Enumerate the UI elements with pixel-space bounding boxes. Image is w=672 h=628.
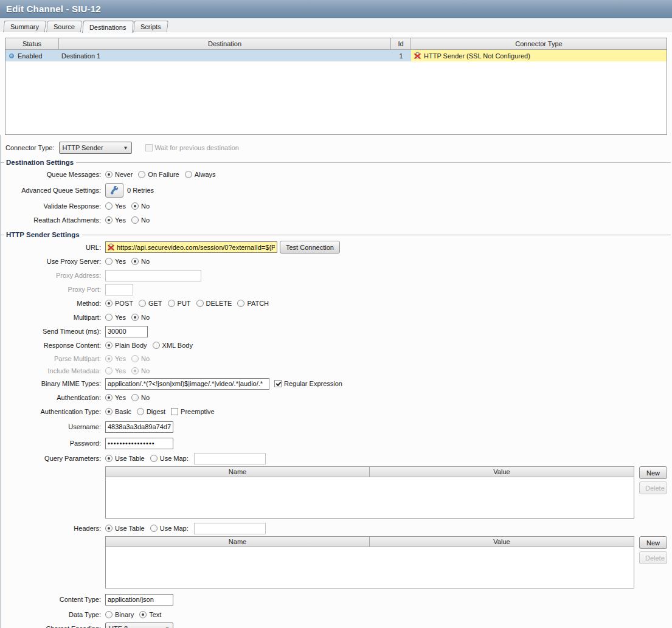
tab-destinations[interactable]: Destinations xyxy=(82,21,134,33)
password-label: Password: xyxy=(1,440,101,447)
id-cell: 1 xyxy=(391,50,411,61)
regular-expression-checkbox[interactable]: Regular Expression xyxy=(274,380,342,387)
test-connection-button[interactable]: Test Connection xyxy=(280,241,340,254)
method-put-radio[interactable]: PUT xyxy=(168,300,191,307)
radio-icon xyxy=(131,202,139,210)
url-input[interactable] xyxy=(105,241,277,253)
authentication-yes-radio[interactable]: Yes xyxy=(105,394,126,401)
query-parameters-table-block: Name Value New Delete xyxy=(105,466,672,519)
radio-icon xyxy=(105,202,113,210)
send-timeout-input[interactable] xyxy=(105,326,148,337)
query-use-map-radio[interactable]: Use Map: xyxy=(150,455,189,462)
method-label: Method: xyxy=(1,300,101,307)
data-type-binary-radio[interactable]: Binary xyxy=(105,611,134,618)
tab-strip: Summary Source Destinations Scripts xyxy=(0,18,672,32)
radio-icon xyxy=(153,342,160,349)
headers-value-column-header[interactable]: Value xyxy=(370,537,634,547)
query-name-column-header[interactable]: Name xyxy=(106,467,370,477)
preemptive-checkbox[interactable]: Preemptive xyxy=(171,408,215,415)
include-metadata-yes-radio: Yes xyxy=(105,367,126,374)
advanced-queue-settings-label: Advanced Queue Settings: xyxy=(1,187,101,194)
tab-scripts[interactable]: Scripts xyxy=(133,21,168,32)
binary-mime-types-input[interactable] xyxy=(105,378,269,390)
status-cell: Enabled xyxy=(5,50,59,61)
response-xml-body-radio[interactable]: XML Body xyxy=(153,342,193,349)
method-patch-radio[interactable]: PATCH xyxy=(237,300,269,307)
column-header-id[interactable]: Id xyxy=(391,38,411,50)
query-parameters-table[interactable]: Name Value xyxy=(105,466,634,519)
queue-always-radio[interactable]: Always xyxy=(185,171,216,178)
tab-summary[interactable]: Summary xyxy=(3,21,46,32)
data-type-text-radio[interactable]: Text xyxy=(139,611,161,618)
title-bar: Edit Channel - SIU-12 xyxy=(0,0,672,18)
radio-icon xyxy=(105,314,113,321)
validate-response-no-radio[interactable]: No xyxy=(131,202,150,210)
radio-icon xyxy=(131,314,139,321)
chevron-down-icon: ▼ xyxy=(165,626,170,628)
multipart-no-radio[interactable]: No xyxy=(131,314,150,321)
headers-delete-button: Delete xyxy=(639,551,667,564)
method-delete-radio[interactable]: DELETE xyxy=(196,300,232,307)
validate-response-label: Validate Response: xyxy=(1,202,101,210)
radio-icon xyxy=(131,216,139,224)
radio-icon xyxy=(150,525,158,532)
radio-icon xyxy=(137,408,144,415)
password-input[interactable] xyxy=(105,438,173,449)
proxy-no-radio[interactable]: No xyxy=(131,258,150,265)
column-header-connector-type[interactable]: Connector Type xyxy=(411,38,667,50)
query-map-input xyxy=(194,453,266,464)
queue-on-failure-radio[interactable]: On Failure xyxy=(138,171,179,178)
table-row[interactable]: Enabled Destination 1 1 HTTP Sender (SSL… xyxy=(5,50,667,61)
radio-icon xyxy=(185,171,192,178)
binary-mime-types-label: Binary MIME Types: xyxy=(1,380,101,387)
radio-icon xyxy=(105,342,113,349)
tab-source[interactable]: Source xyxy=(46,21,82,32)
headers-name-column-header[interactable]: Name xyxy=(106,537,370,547)
method-post-radio[interactable]: POST xyxy=(105,300,133,307)
auth-basic-radio[interactable]: Basic xyxy=(105,408,131,415)
proxy-port-input xyxy=(105,284,133,295)
http-sender-settings-group-title: HTTP Sender Settings xyxy=(1,231,672,238)
destination-cell: Destination 1 xyxy=(59,50,391,61)
query-value-column-header[interactable]: Value xyxy=(370,467,634,477)
headers-use-map-radio[interactable]: Use Map: xyxy=(150,525,189,532)
wait-previous-destination-checkbox: Wait for previous destination xyxy=(145,144,239,151)
method-get-radio[interactable]: GET xyxy=(139,300,162,307)
validate-response-yes-radio[interactable]: Yes xyxy=(105,202,126,210)
charset-encoding-dropdown[interactable]: UTF-8 ▼ xyxy=(105,623,173,628)
radio-icon xyxy=(131,367,139,374)
connector-type-cell: HTTP Sender (SSL Not Configured) xyxy=(411,50,667,61)
ssl-not-configured-lock-icon xyxy=(107,243,115,251)
column-header-status[interactable]: Status xyxy=(5,38,59,50)
headers-table[interactable]: Name Value xyxy=(105,536,634,588)
response-plain-body-radio[interactable]: Plain Body xyxy=(105,342,147,349)
radio-icon xyxy=(105,216,113,224)
advanced-queue-settings-button[interactable] xyxy=(105,183,123,198)
radio-icon xyxy=(105,611,113,618)
radio-icon xyxy=(105,355,113,362)
headers-use-table-radio[interactable]: Use Table xyxy=(105,525,145,532)
queue-never-radio[interactable]: Never xyxy=(105,171,133,178)
query-new-button[interactable]: New xyxy=(639,466,667,479)
proxy-port-label: Proxy Port: xyxy=(1,286,101,293)
checkbox-icon xyxy=(145,144,153,151)
send-timeout-label: Send Timeout (ms): xyxy=(1,328,101,335)
proxy-yes-radio[interactable]: Yes xyxy=(105,258,126,265)
radio-icon xyxy=(105,525,113,532)
query-use-table-radio[interactable]: Use Table xyxy=(105,455,145,462)
radio-icon xyxy=(105,300,113,307)
auth-digest-radio[interactable]: Digest xyxy=(137,408,165,415)
column-header-destination[interactable]: Destination xyxy=(59,38,391,50)
headers-new-button[interactable]: New xyxy=(639,536,667,549)
multipart-label: Multipart: xyxy=(1,314,101,321)
reattach-yes-radio[interactable]: Yes xyxy=(105,216,126,224)
content-type-input[interactable] xyxy=(105,594,173,606)
connector-type-dropdown[interactable]: HTTP Sender ▼ xyxy=(59,142,132,154)
proxy-address-input xyxy=(105,270,201,281)
radio-icon xyxy=(196,300,204,307)
multipart-yes-radio[interactable]: Yes xyxy=(105,314,126,321)
reattach-no-radio[interactable]: No xyxy=(131,216,150,224)
username-input[interactable] xyxy=(105,421,173,433)
reattach-attachments-label: Reattach Attachments: xyxy=(1,216,101,224)
authentication-no-radio[interactable]: No xyxy=(131,394,150,401)
